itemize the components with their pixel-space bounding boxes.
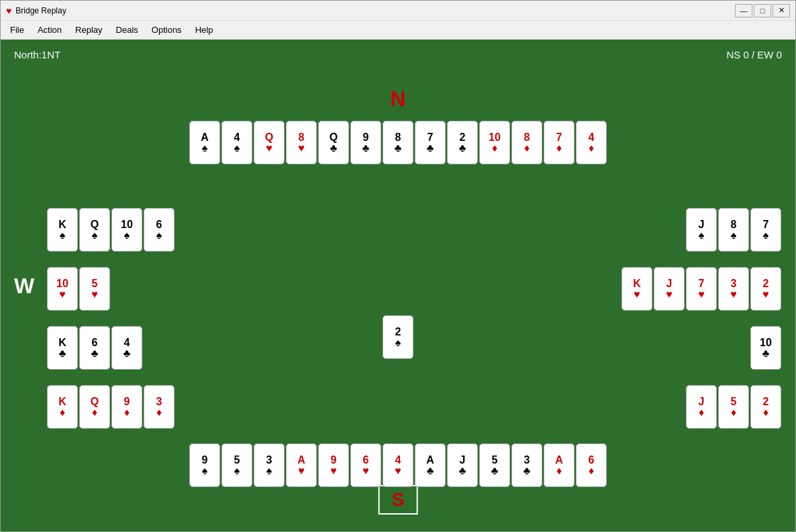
playing-card[interactable]: 8♣	[383, 121, 413, 164]
playing-card[interactable]: 5♠	[221, 443, 252, 487]
playing-card[interactable]: 5♥	[79, 267, 110, 311]
playing-card[interactable]: 8♥	[286, 121, 317, 164]
playing-card[interactable]: 9♣	[350, 121, 381, 164]
menu-options[interactable]: Options	[145, 22, 189, 38]
south-hand: 9♠5♠3♠A♥9♥6♥4♥A♣J♣5♣3♣A♦6♦	[189, 443, 607, 488]
playing-card[interactable]: 2♦	[750, 385, 781, 429]
playing-card[interactable]: A♥	[286, 443, 317, 487]
playing-card[interactable]: 6♦	[576, 443, 607, 487]
center-card: 2♠	[382, 315, 414, 360]
playing-card[interactable]: 9♥	[318, 443, 349, 487]
playing-card[interactable]: 7♥	[686, 267, 717, 311]
playing-card[interactable]: 10♥	[47, 267, 78, 311]
playing-card[interactable]: 6♥	[350, 443, 381, 487]
playing-card[interactable]: A♦	[544, 443, 575, 487]
playing-card[interactable]: 8♠	[718, 208, 749, 252]
close-button[interactable]: ✕	[773, 4, 790, 17]
north-hand: A♠4♠Q♥8♥Q♣9♣8♣7♣2♣10♦8♦7♦4♦	[189, 120, 607, 165]
west-spades: K♠Q♠10♠6♠	[46, 207, 175, 252]
playing-card[interactable]: 3♦	[144, 385, 175, 429]
playing-card[interactable]: 5♦	[718, 385, 749, 429]
playing-card[interactable]: 10♦	[479, 121, 510, 164]
playing-card[interactable]: 9♠	[189, 443, 220, 487]
playing-card[interactable]: 4♣	[111, 326, 142, 370]
west-diamonds: K♦Q♦9♦3♦	[46, 384, 175, 429]
playing-card[interactable]: Q♥	[254, 121, 285, 164]
menu-deals[interactable]: Deals	[109, 22, 145, 38]
heart-icon: ♥	[6, 5, 11, 16]
playing-card[interactable]: 6♠	[144, 208, 175, 252]
playing-card[interactable]: J♥	[654, 267, 685, 311]
contract-label: North:1NT	[14, 49, 60, 60]
playing-card[interactable]: 4♦	[576, 121, 607, 164]
playing-card[interactable]: J♣	[447, 443, 478, 487]
playing-card[interactable]: 10♣	[750, 326, 781, 370]
east-hearts: K♥J♥7♥3♥2♥	[621, 266, 782, 311]
menu-file[interactable]: File	[3, 22, 31, 38]
playing-card[interactable]: J♦	[686, 385, 717, 429]
north-label: N	[390, 87, 405, 111]
playing-card[interactable]: A♠	[189, 121, 220, 164]
west-clubs: K♣6♣4♣	[46, 325, 143, 370]
title-bar: ♥ Bridge Replay — □ ✕	[1, 1, 795, 21]
playing-card[interactable]: 2♣	[447, 121, 478, 164]
playing-card[interactable]: K♦	[47, 385, 78, 429]
minimize-button[interactable]: —	[735, 4, 752, 17]
playing-card[interactable]: 5♣	[479, 443, 510, 487]
east-clubs: 10♣	[750, 325, 782, 370]
west-hearts: 10♥5♥	[46, 266, 111, 311]
playing-card[interactable]: 7♦	[544, 121, 575, 164]
playing-card[interactable]: 3♠	[254, 443, 285, 487]
playing-card[interactable]: 8♦	[511, 121, 542, 164]
maximize-button[interactable]: □	[754, 4, 771, 17]
menu-replay[interactable]: Replay	[68, 22, 109, 38]
playing-card[interactable]: 3♥	[718, 267, 749, 311]
playing-card[interactable]: 2♥	[750, 267, 781, 311]
playing-card[interactable]: J♠	[686, 208, 717, 252]
playing-card[interactable]: 2♠	[383, 315, 413, 359]
playing-card[interactable]: K♣	[47, 326, 78, 370]
east-spades: J♠8♠7♠	[685, 207, 782, 252]
playing-card[interactable]: 9♦	[111, 385, 142, 429]
playing-card[interactable]: 4♥	[383, 443, 413, 487]
playing-card[interactable]: 7♣	[415, 121, 446, 164]
menu-help[interactable]: Help	[189, 22, 220, 38]
playing-card[interactable]: 7♠	[750, 208, 781, 252]
west-label: W	[14, 273, 34, 298]
title-bar-controls: — □ ✕	[735, 4, 790, 17]
playing-card[interactable]: A♣	[415, 443, 446, 487]
playing-card[interactable]: 6♣	[79, 326, 110, 370]
playing-card[interactable]: Q♠	[79, 208, 110, 252]
playing-card[interactable]: Q♣	[318, 121, 349, 164]
playing-card[interactable]: 4♠	[221, 121, 252, 164]
playing-card[interactable]: 10♠	[111, 208, 142, 252]
menu-bar: File Action Replay Deals Options Help	[1, 21, 795, 40]
title-bar-left: ♥ Bridge Replay	[6, 5, 66, 16]
south-label: S	[392, 489, 405, 511]
game-area: North:1NT NS 0 / EW 0 N W E S A♠4♠Q♥8♥Q♣…	[1, 40, 795, 531]
main-window: ♥ Bridge Replay — □ ✕ File Action Replay…	[0, 0, 796, 532]
window-title: Bridge Replay	[15, 6, 66, 15]
playing-card[interactable]: Q♦	[79, 385, 110, 429]
playing-card[interactable]: K♠	[47, 208, 78, 252]
score-label: NS 0 / EW 0	[726, 49, 782, 60]
playing-card[interactable]: K♥	[621, 267, 652, 311]
playing-card[interactable]: 3♣	[511, 443, 542, 487]
menu-action[interactable]: Action	[31, 22, 68, 38]
east-diamonds: J♦5♦2♦	[685, 384, 782, 429]
south-box: S	[379, 485, 418, 515]
